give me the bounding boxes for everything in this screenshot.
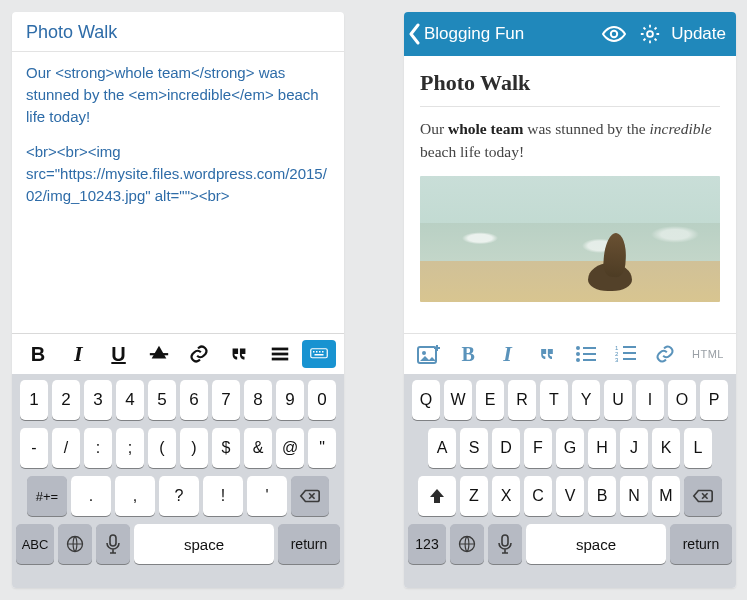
key-5[interactable]: 5: [148, 380, 176, 420]
post-body[interactable]: Our whole team was stunned by the incred…: [404, 107, 736, 172]
key-t[interactable]: T: [540, 380, 568, 420]
key-globe[interactable]: [450, 524, 484, 564]
bullet-list-button[interactable]: [568, 338, 605, 370]
key-dollar[interactable]: $: [212, 428, 240, 468]
more-button[interactable]: [262, 338, 298, 370]
key-a[interactable]: A: [428, 428, 456, 468]
key-z[interactable]: Z: [460, 476, 488, 516]
underline-button[interactable]: U: [101, 338, 137, 370]
source-line-1: Our <strong>whole team</strong> was stun…: [26, 62, 330, 127]
key-k[interactable]: K: [652, 428, 680, 468]
eye-icon: [602, 26, 626, 42]
key-j[interactable]: J: [620, 428, 648, 468]
key-b[interactable]: B: [588, 476, 616, 516]
key-quote[interactable]: ": [308, 428, 336, 468]
quote-button[interactable]: [221, 338, 257, 370]
key-microphone[interactable]: [488, 524, 522, 564]
key-dash[interactable]: -: [20, 428, 48, 468]
bold-button[interactable]: B: [20, 338, 56, 370]
strikethrough-button[interactable]: [141, 338, 177, 370]
key-amp[interactable]: &: [244, 428, 272, 468]
key-y[interactable]: Y: [572, 380, 600, 420]
key-slash[interactable]: /: [52, 428, 80, 468]
key-1[interactable]: 1: [20, 380, 48, 420]
italic-button[interactable]: I: [60, 338, 96, 370]
key-rparen[interactable]: ): [180, 428, 208, 468]
key-globe[interactable]: [58, 524, 92, 564]
update-button[interactable]: Update: [671, 24, 726, 44]
key-3[interactable]: 3: [84, 380, 112, 420]
key-d[interactable]: D: [492, 428, 520, 468]
key-f[interactable]: F: [524, 428, 552, 468]
key-2[interactable]: 2: [52, 380, 80, 420]
key-o[interactable]: O: [668, 380, 696, 420]
key-s[interactable]: S: [460, 428, 488, 468]
key-c[interactable]: C: [524, 476, 552, 516]
post-image[interactable]: [420, 176, 720, 302]
key-n[interactable]: N: [620, 476, 648, 516]
key-q[interactable]: Q: [412, 380, 440, 420]
key-x[interactable]: X: [492, 476, 520, 516]
link-button[interactable]: [181, 338, 217, 370]
key-6[interactable]: 6: [180, 380, 208, 420]
key-backspace[interactable]: [684, 476, 722, 516]
key-v[interactable]: V: [556, 476, 584, 516]
microphone-icon: [498, 534, 512, 554]
key-apostrophe[interactable]: ': [247, 476, 287, 516]
key-i[interactable]: I: [636, 380, 664, 420]
key-p[interactable]: P: [700, 380, 728, 420]
post-title-field[interactable]: Photo Walk: [12, 12, 344, 52]
html-source-editor[interactable]: Our <strong>whole team</strong> was stun…: [12, 52, 344, 333]
bullet-list-icon: [575, 345, 597, 363]
key-7[interactable]: 7: [212, 380, 240, 420]
svg-point-12: [611, 31, 617, 37]
svg-rect-25: [623, 346, 636, 348]
switch-to-html-button[interactable]: HTML: [686, 338, 730, 370]
preview-button[interactable]: [599, 26, 629, 42]
numbered-list-icon: 123: [615, 345, 637, 363]
key-h[interactable]: H: [588, 428, 616, 468]
key-l[interactable]: L: [684, 428, 712, 468]
key-alt-symbols[interactable]: #+=: [27, 476, 67, 516]
key-e[interactable]: E: [476, 380, 504, 420]
key-m[interactable]: M: [652, 476, 680, 516]
key-return[interactable]: return: [670, 524, 732, 564]
key-shift[interactable]: [418, 476, 456, 516]
key-microphone[interactable]: [96, 524, 130, 564]
key-space[interactable]: space: [526, 524, 666, 564]
key-u[interactable]: U: [604, 380, 632, 420]
key-at[interactable]: @: [276, 428, 304, 468]
key-question[interactable]: ?: [159, 476, 199, 516]
key-8[interactable]: 8: [244, 380, 272, 420]
post-title[interactable]: Photo Walk: [404, 56, 736, 106]
key-comma[interactable]: ,: [115, 476, 155, 516]
key-4[interactable]: 4: [116, 380, 144, 420]
backspace-icon: [692, 488, 714, 504]
key-semicolon[interactable]: ;: [116, 428, 144, 468]
key-return[interactable]: return: [278, 524, 340, 564]
italic-button[interactable]: I: [489, 338, 526, 370]
back-button[interactable]: Blogging Fun: [408, 23, 524, 45]
key-w[interactable]: W: [444, 380, 472, 420]
key-backspace[interactable]: [291, 476, 329, 516]
key-exclaim[interactable]: !: [203, 476, 243, 516]
key-123[interactable]: 123: [408, 524, 446, 564]
key-space[interactable]: space: [134, 524, 274, 564]
quote-button[interactable]: [528, 338, 565, 370]
key-r[interactable]: R: [508, 380, 536, 420]
key-abc[interactable]: ABC: [16, 524, 54, 564]
settings-button[interactable]: [635, 23, 665, 45]
key-0[interactable]: 0: [308, 380, 336, 420]
key-colon[interactable]: :: [84, 428, 112, 468]
hide-keyboard-button[interactable]: [302, 340, 336, 368]
key-period[interactable]: .: [71, 476, 111, 516]
key-g[interactable]: G: [556, 428, 584, 468]
key-9[interactable]: 9: [276, 380, 304, 420]
link-button[interactable]: [647, 338, 684, 370]
ios-keyboard-qwerty: Q W E R T Y U I O P A S D F G H J K L: [404, 374, 736, 588]
svg-rect-21: [583, 359, 596, 361]
numbered-list-button[interactable]: 123: [607, 338, 644, 370]
bold-button[interactable]: B: [449, 338, 486, 370]
key-lparen[interactable]: (: [148, 428, 176, 468]
insert-media-button[interactable]: [410, 338, 447, 370]
